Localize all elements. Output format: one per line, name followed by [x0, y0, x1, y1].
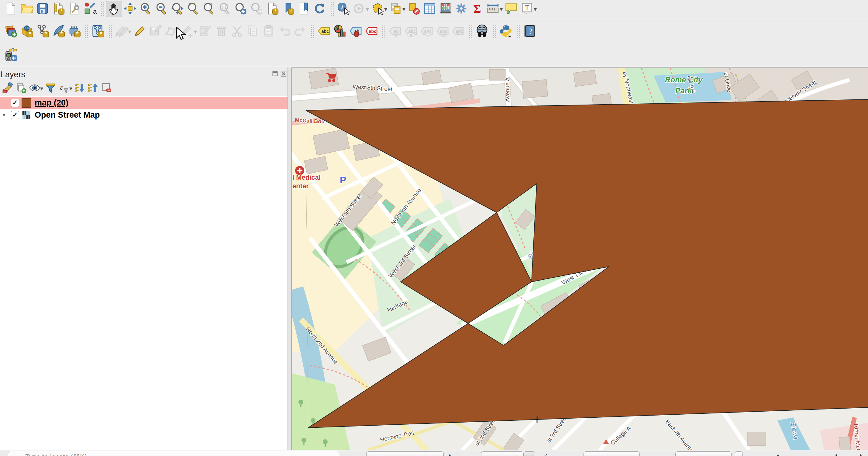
locate-search-input[interactable]: Type to locate (⌘K) — [8, 451, 339, 456]
new-spatialite-button[interactable]: * — [51, 24, 66, 39]
scale-lock-button[interactable] — [524, 451, 535, 456]
refresh-icon — [313, 2, 327, 17]
pan-to-selection-button[interactable] — [122, 1, 138, 17]
panel-splitter[interactable] — [287, 67, 292, 450]
crs-icon[interactable]: ▲ — [775, 452, 781, 456]
zoom-in-button[interactable] — [138, 1, 154, 17]
processing-toolbox-icon — [455, 2, 468, 17]
svg-text:*: * — [76, 30, 79, 38]
layer-styling-button[interactable] — [1, 82, 14, 95]
layer-labeling-button[interactable]: abc — [316, 24, 332, 39]
filter-expression-dropdown-icon[interactable]: ▾ — [69, 85, 72, 92]
statistical-summary-button[interactable] — [438, 1, 454, 17]
select-by-form-button[interactable] — [388, 1, 404, 17]
toggle-editing-button[interactable] — [132, 24, 148, 39]
layer-diagram-button[interactable] — [332, 24, 348, 39]
zoom-out-button[interactable] — [154, 1, 169, 17]
undo-button — [277, 24, 292, 39]
metasearch-button[interactable] — [474, 24, 490, 39]
remove-layer-button[interactable] — [100, 82, 113, 95]
filter-legend-button[interactable] — [44, 82, 57, 95]
svg-text:ε: ε — [60, 83, 63, 91]
new-shapefile-icon: * — [36, 24, 50, 39]
processing-toolbox-button[interactable] — [454, 1, 469, 17]
layer-item-open-street-map[interactable]: ▾✓Open Street Map — [0, 109, 287, 121]
panel-float-button[interactable] — [271, 70, 279, 78]
help-button[interactable]: ? — [522, 24, 537, 39]
label-highlight-button[interactable]: abc — [364, 24, 379, 39]
measure-button[interactable] — [485, 1, 501, 17]
layer-visibility-checkbox[interactable]: ✓ — [11, 99, 19, 107]
new-virtual-layer-button[interactable]: * — [90, 24, 106, 39]
messages-icon[interactable]: ▲ — [833, 452, 839, 456]
advanced-digitizing-dropdown-icon: ▾ — [194, 28, 197, 35]
show-statistics-button[interactable]: Σ — [469, 1, 485, 17]
panel-close-button[interactable] — [280, 70, 287, 78]
add-group-button[interactable] — [14, 82, 28, 95]
new-print-layout-button[interactable]: * — [51, 1, 66, 17]
refresh-button[interactable] — [312, 1, 328, 17]
log-icon[interactable]: ▲ — [858, 452, 864, 456]
new-project-icon — [4, 2, 18, 17]
layer-item-map-20-[interactable]: ✓map (20) — [0, 97, 287, 109]
gps-tools-button[interactable] — [3, 48, 19, 64]
new-geopackage-button[interactable]: * — [19, 24, 35, 39]
zoom-to-layer-button[interactable] — [201, 1, 217, 17]
layer-swatch — [22, 98, 31, 108]
new-memory-layer-button[interactable]: * — [66, 24, 82, 39]
layers-panel-toolbar: ▾ε▾ — [0, 81, 287, 96]
save-project-button[interactable] — [35, 1, 51, 17]
render-checkbox[interactable] — [735, 451, 743, 456]
pan-button[interactable] — [106, 1, 122, 17]
new-shapefile-button[interactable]: * — [35, 24, 51, 39]
layer-diagram-icon — [333, 24, 347, 39]
svg-text:*: * — [100, 30, 102, 38]
data-source-manager-button[interactable] — [3, 24, 19, 39]
rotation-combo[interactable] — [675, 451, 732, 456]
layer-name: map (20) — [35, 98, 68, 108]
filter-expression-button[interactable]: ε — [57, 82, 70, 95]
text-annotation-button[interactable]: T — [519, 1, 535, 17]
paste-features-button — [261, 24, 277, 39]
map-tips-button[interactable] — [503, 1, 519, 17]
expand-all-button[interactable] — [73, 82, 86, 95]
zoom-next-button — [249, 1, 265, 17]
layout-manager-button[interactable] — [66, 1, 82, 17]
map-themes-button[interactable] — [28, 82, 41, 95]
zoom-last-button[interactable] — [233, 1, 249, 17]
map-themes-dropdown-icon[interactable]: ▾ — [40, 85, 43, 92]
new-map-view-button[interactable]: * — [265, 1, 280, 17]
python-console-button[interactable] — [498, 24, 514, 39]
magnifier-combo[interactable] — [584, 451, 640, 456]
new-project-button[interactable] — [3, 1, 19, 17]
new-memory-layer-icon: * — [67, 24, 81, 39]
style-manager-button[interactable]: a — [82, 1, 98, 17]
measure-icon — [486, 2, 500, 17]
expander-icon[interactable]: ▾ — [0, 112, 8, 118]
svg-text:*: * — [274, 8, 277, 15]
layer-visibility-checkbox[interactable]: ✓ — [11, 111, 19, 119]
select-features-button[interactable] — [370, 1, 385, 17]
map-label: Avenue A — [504, 77, 510, 102]
deselect-all-button[interactable] — [406, 1, 422, 17]
new-spatial-bookmark-button[interactable]: * — [280, 1, 296, 17]
zoom-last-icon — [234, 2, 247, 17]
attribute-table-button[interactable] — [422, 1, 438, 17]
collapse-all-button[interactable] — [86, 82, 100, 95]
svg-text:*: * — [290, 8, 293, 15]
zoom-to-selection-button[interactable] — [185, 1, 201, 17]
identify-button[interactable]: i — [336, 1, 351, 17]
open-project-button[interactable] — [19, 1, 35, 17]
save-project-icon — [36, 2, 49, 17]
coordinate-input[interactable] — [366, 451, 444, 456]
add-group-icon — [16, 82, 27, 95]
label-pin-button[interactable]: ab — [348, 24, 364, 39]
show-bookmarks-button[interactable] — [296, 1, 312, 17]
coordinate-extent-icon[interactable]: ▲ — [447, 452, 453, 456]
new-spatial-bookmark-icon: * — [281, 2, 295, 17]
layers-panel: Layers ▾ε▾ ✓map (20)▾✓Open Street Map — [0, 67, 287, 450]
zoom-full-button[interactable] — [169, 1, 185, 17]
delete-selected-icon — [214, 24, 228, 39]
map-canvas[interactable]: US 27 West 8th StreetRome CityParkage Tr… — [292, 67, 868, 450]
scale-combo[interactable] — [481, 451, 524, 456]
